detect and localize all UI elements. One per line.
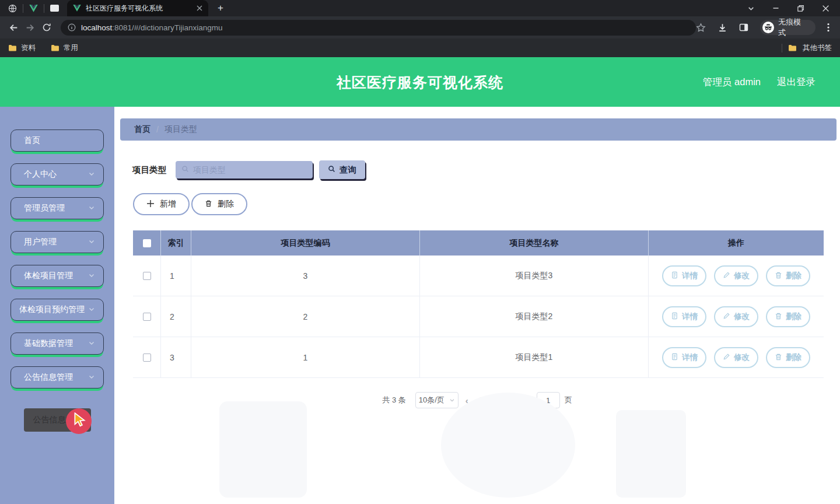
- folder-icon: [51, 44, 60, 51]
- breadcrumb-separator: /: [156, 125, 159, 134]
- table-header-row: 索引 项目类型编码 项目类型名称 操作: [133, 230, 824, 256]
- bookmark-item-ziliao[interactable]: 资料: [8, 43, 36, 53]
- close-button[interactable]: [822, 5, 830, 12]
- row-checkbox[interactable]: [143, 272, 151, 280]
- main-content: 首页 / 项目类型 项目类型 查询: [114, 107, 840, 504]
- header-checkbox[interactable]: [143, 239, 151, 247]
- search-button[interactable]: 查询: [319, 160, 365, 179]
- new-tab-button[interactable]: +: [218, 2, 223, 14]
- browser-tab[interactable]: 社区医疗服务可视化系统: [67, 0, 208, 16]
- add-button[interactable]: 新增: [133, 193, 190, 215]
- document-icon: [671, 353, 678, 362]
- vue-favicon: [73, 5, 81, 12]
- sidebar-item-admin-mgmt[interactable]: 管理员管理: [10, 197, 104, 219]
- background-watermark: [441, 393, 575, 498]
- chevron-down-icon: [88, 204, 95, 213]
- incognito-label: 无痕模式: [778, 17, 808, 38]
- site-info-icon[interactable]: [68, 23, 76, 32]
- sidebar-item-notice-mgmt[interactable]: 公告信息管理: [10, 366, 104, 388]
- restore-button[interactable]: [797, 5, 804, 12]
- tab-close-icon[interactable]: [197, 5, 202, 11]
- page-size-select[interactable]: 10条/页: [415, 392, 459, 408]
- search-button-label: 查询: [340, 164, 356, 176]
- cell-index: 3: [161, 337, 191, 377]
- goto-page-input[interactable]: [537, 392, 560, 408]
- current-page[interactable]: 1: [475, 396, 487, 405]
- background-watermark: [616, 410, 686, 498]
- row-checkbox[interactable]: [143, 354, 151, 362]
- trash-icon: [775, 312, 782, 321]
- prev-page-button[interactable]: ‹: [459, 396, 475, 405]
- breadcrumb-home[interactable]: 首页: [134, 124, 150, 135]
- detail-button[interactable]: 详情: [662, 306, 706, 327]
- row-checkbox[interactable]: [143, 313, 151, 321]
- back-icon[interactable]: [6, 23, 22, 33]
- filter-row: 项目类型 查询: [132, 160, 840, 179]
- download-icon[interactable]: [718, 23, 727, 33]
- sidebar-item-base-data-mgmt[interactable]: 基础数据管理: [10, 332, 104, 355]
- forward-icon[interactable]: [22, 23, 38, 33]
- sidebar-item-label: 用户管理: [24, 237, 57, 247]
- table-toolbar: 新增 删除: [133, 193, 840, 215]
- cell-code: 2: [191, 296, 420, 337]
- url-path: :8081/#/dictionaryTijianxiangmu: [112, 23, 222, 32]
- admin-info: 管理员 admin: [703, 76, 761, 89]
- logout-button[interactable]: 退出登录: [777, 76, 816, 89]
- chevron-down-icon: [449, 396, 455, 405]
- table-row: 3 1 项目类型1 详情 修改 删除: [133, 337, 824, 378]
- sidebar-item-user-mgmt[interactable]: 用户管理: [10, 231, 104, 253]
- browser-navbar: localhost:8081/#/dictionaryTijianxiangmu…: [0, 16, 840, 38]
- other-bookmarks[interactable]: 其他书签: [782, 43, 832, 53]
- search-input[interactable]: [193, 165, 307, 174]
- row-delete-button[interactable]: 删除: [766, 265, 810, 286]
- sidebar-item-label: 管理员管理: [24, 203, 65, 214]
- search-icon: [181, 164, 189, 175]
- plus-icon: [146, 200, 155, 209]
- pencil-icon: [723, 353, 730, 362]
- reload-icon[interactable]: [38, 23, 55, 32]
- chevron-down-icon: [88, 339, 95, 348]
- detail-button[interactable]: 详情: [662, 347, 706, 368]
- edit-label: 修改: [734, 271, 750, 281]
- sidebar-item-home[interactable]: 首页: [10, 130, 104, 152]
- edit-button[interactable]: 修改: [714, 265, 758, 286]
- app-header: 社区医疗服务可视化系统 管理员 admin 退出登录: [0, 57, 840, 107]
- search-input-wrapper: [176, 161, 313, 178]
- pencil-icon: [723, 271, 730, 281]
- background-watermark: [219, 401, 307, 498]
- vue-logo-icon: [29, 5, 38, 12]
- minimize-button[interactable]: [772, 5, 779, 12]
- sidebar: 首页 个人中心 管理员管理 用户管理 体检项目管理 体检项目预约管理 基础数据管…: [0, 107, 114, 504]
- sidebar-item-checkup-project-mgmt[interactable]: 体检项目管理: [10, 265, 104, 287]
- bookmark-item-changyong[interactable]: 常用: [51, 43, 78, 53]
- url-bar[interactable]: localhost:8081/#/dictionaryTijianxiangmu: [61, 20, 696, 36]
- row-delete-button[interactable]: 删除: [766, 347, 810, 368]
- sidebar-item-label: 公告信息管理: [24, 372, 73, 383]
- divider: [782, 44, 782, 52]
- edit-button[interactable]: 修改: [714, 347, 758, 368]
- url-host: localhost: [81, 23, 112, 32]
- side-panel-icon[interactable]: [739, 23, 748, 32]
- sidebar-item-checkup-booking-mgmt[interactable]: 体检项目预约管理: [10, 299, 104, 321]
- tab-search-chevron-icon[interactable]: [747, 5, 755, 12]
- trash-icon: [775, 353, 782, 362]
- pagination: 共 3 条 10条/页 ‹ 1 › 前往 页: [114, 392, 840, 408]
- page-title: 社区医疗服务可视化系统: [337, 72, 503, 92]
- detail-button[interactable]: 详情: [662, 265, 706, 286]
- edit-button[interactable]: 修改: [714, 306, 758, 327]
- column-header-actions: 操作: [649, 230, 824, 256]
- cell-code: 1: [191, 337, 420, 377]
- next-page-button[interactable]: ›: [487, 396, 504, 405]
- row-delete-button[interactable]: 删除: [766, 306, 810, 327]
- cell-name: 项目类型1: [420, 337, 649, 377]
- edit-label: 修改: [734, 352, 750, 363]
- sidebar-item-label: 体检项目管理: [24, 271, 73, 281]
- browser-menu-icon[interactable]: [827, 23, 830, 32]
- table-row: 2 2 项目类型2 详情 修改 删除: [133, 296, 824, 337]
- filter-label: 项目类型: [132, 164, 166, 176]
- goto-suffix: 页: [565, 395, 572, 405]
- folder-icon: [8, 44, 17, 51]
- delete-button[interactable]: 删除: [191, 193, 247, 215]
- bookmark-star-icon[interactable]: [696, 23, 706, 33]
- sidebar-item-profile[interactable]: 个人中心: [10, 163, 104, 186]
